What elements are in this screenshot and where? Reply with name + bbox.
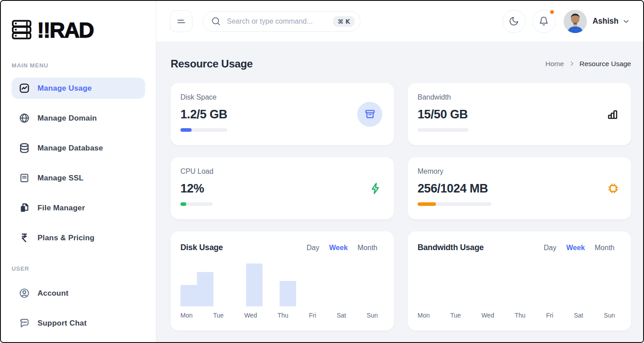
x-axis-labels: Mon Tue Wed Thu Fri Sat Sun bbox=[180, 312, 383, 319]
globe-icon bbox=[19, 113, 30, 124]
brand-logo: !!RAD bbox=[12, 20, 145, 41]
tab-week[interactable]: Week bbox=[329, 244, 348, 252]
disk-progress bbox=[180, 128, 227, 132]
sidebar-item-support-chat[interactable]: Support Chat bbox=[12, 313, 145, 334]
sidebar-item-label: Manage Database bbox=[38, 144, 103, 153]
x-label: Fri bbox=[546, 312, 553, 319]
bandwidth-usage-plot bbox=[418, 253, 620, 306]
x-label: Tue bbox=[450, 312, 461, 319]
disk-space-card: Disk Space 1.2/5 GB bbox=[171, 83, 394, 145]
x-label: Sun bbox=[604, 312, 615, 319]
chart-head: Bandwidth Usage Day Week Month bbox=[418, 242, 620, 253]
sidebar-item-account[interactable]: Account bbox=[12, 283, 145, 304]
memory-progress bbox=[418, 202, 491, 206]
sidebar-item-file-manager[interactable]: File Manager bbox=[12, 197, 145, 218]
database-icon bbox=[19, 142, 30, 154]
disk-usage-plot bbox=[180, 253, 383, 306]
sidebar-item-plans-pricing[interactable]: Plans & Pricing bbox=[12, 227, 145, 248]
chart-head: Disk Usage Day Week Month bbox=[180, 242, 383, 253]
sidebar-item-manage-ssl[interactable]: Manage SSL bbox=[12, 167, 145, 188]
sidebar-item-manage-usage[interactable]: Manage Usage bbox=[12, 78, 145, 99]
sidebar-toggle-button[interactable] bbox=[170, 10, 192, 32]
bell-icon bbox=[539, 16, 549, 26]
page-head: Resource Usage Home Resource Usage bbox=[171, 56, 631, 71]
sidebar-item-label: Manage SSL bbox=[38, 174, 84, 183]
main-area: ⌘ K bbox=[156, 1, 643, 342]
bandwidth-progress bbox=[418, 128, 468, 132]
chart-title: Disk Usage bbox=[180, 243, 223, 252]
sidebar-section-user: USER bbox=[12, 265, 145, 272]
x-label: Thu bbox=[277, 312, 288, 319]
stat-label: CPU Load bbox=[180, 167, 382, 176]
chip-icon bbox=[607, 182, 619, 195]
chevron-right-icon bbox=[569, 60, 575, 67]
x-label: Fri bbox=[309, 312, 316, 319]
bar-wed bbox=[246, 264, 263, 306]
brand-name: !!RAD bbox=[37, 20, 93, 41]
bar-tue bbox=[197, 272, 213, 306]
tab-day[interactable]: Day bbox=[307, 244, 319, 252]
sidebar-item-label: Account bbox=[38, 289, 68, 298]
user-icon bbox=[19, 288, 30, 299]
dark-mode-button[interactable] bbox=[502, 10, 526, 33]
x-label: Tue bbox=[213, 312, 224, 319]
notifications-button-wrap bbox=[532, 10, 556, 33]
menu-icon bbox=[176, 16, 187, 27]
tab-month[interactable]: Month bbox=[358, 244, 377, 252]
archive-icon bbox=[357, 102, 382, 127]
tab-month[interactable]: Month bbox=[595, 244, 615, 252]
sidebar-item-label: Support Chat bbox=[38, 319, 87, 328]
sidebar-item-manage-domain[interactable]: Manage Domain bbox=[12, 108, 145, 129]
avatar[interactable] bbox=[564, 10, 587, 33]
chat-icon bbox=[19, 318, 30, 329]
breadcrumb: Home Resource Usage bbox=[545, 60, 631, 68]
tab-day[interactable]: Day bbox=[544, 244, 556, 252]
user-menu: Account Support Chat bbox=[12, 283, 145, 334]
chevron-down-icon[interactable] bbox=[622, 17, 630, 25]
x-label: Wed bbox=[244, 312, 257, 319]
search-icon bbox=[211, 16, 221, 26]
sidebar-item-label: Plans & Pricing bbox=[38, 234, 95, 243]
stat-value: 12% bbox=[180, 182, 382, 196]
breadcrumb-home-link[interactable]: Home bbox=[545, 60, 564, 68]
stat-value: 256/1024 MB bbox=[418, 182, 619, 196]
sidebar-item-label: File Manager bbox=[38, 204, 85, 213]
certificate-icon bbox=[19, 172, 30, 184]
sidebar-section-main-menu: MAIN MENU bbox=[12, 62, 145, 69]
moon-icon bbox=[509, 16, 519, 26]
chart-range-tabs: Day Week Month bbox=[544, 244, 615, 252]
stat-label: Memory bbox=[418, 167, 619, 176]
sidebar-item-label: Manage Domain bbox=[38, 114, 97, 123]
cpu-progress bbox=[180, 202, 213, 206]
content: Resource Usage Home Resource Usage Disk … bbox=[156, 42, 643, 342]
trend-chart-icon bbox=[19, 83, 30, 94]
rupee-icon bbox=[19, 232, 30, 243]
sidebar: !!RAD MAIN MENU Manage Usage bbox=[1, 1, 156, 342]
x-label: Thu bbox=[514, 312, 525, 319]
stat-value: 1.2/5 GB bbox=[180, 108, 382, 121]
x-axis-labels: Mon Tue Wed Thu Fri Sat Sun bbox=[418, 312, 620, 319]
bar-mon bbox=[180, 285, 197, 306]
search-input[interactable] bbox=[227, 17, 327, 25]
disk-usage-chart-card: Disk Usage Day Week Month Mon Tue Wed Th… bbox=[171, 231, 394, 330]
x-label: Wed bbox=[481, 312, 494, 319]
bandwidth-card: Bandwidth 15/50 GB bbox=[408, 83, 631, 145]
search-bar[interactable]: ⌘ K bbox=[203, 11, 360, 32]
bar-chart-icon bbox=[606, 108, 619, 121]
x-label: Sun bbox=[367, 312, 378, 319]
tab-week[interactable]: Week bbox=[566, 244, 585, 252]
breadcrumb-current: Resource Usage bbox=[580, 60, 631, 68]
sidebar-item-manage-database[interactable]: Manage Database bbox=[12, 138, 145, 159]
user-name[interactable]: Ashish bbox=[593, 17, 619, 26]
shortcut-badge: ⌘ K bbox=[333, 16, 355, 27]
stat-label: Disk Space bbox=[180, 93, 382, 101]
main-menu: Manage Usage Manage Domain bbox=[12, 78, 145, 248]
sidebar-item-label: Manage Usage bbox=[38, 84, 92, 93]
x-label: Mon bbox=[418, 312, 430, 319]
server-logo-icon bbox=[12, 19, 33, 42]
chart-range-tabs: Day Week Month bbox=[307, 244, 377, 252]
bolt-icon bbox=[369, 182, 382, 195]
cards-grid: Disk Space 1.2/5 GB Bandwidth 15/50 GB bbox=[171, 83, 631, 330]
bandwidth-usage-chart-card: Bandwidth Usage Day Week Month Mon Tue W… bbox=[408, 231, 631, 330]
files-icon bbox=[19, 202, 30, 213]
